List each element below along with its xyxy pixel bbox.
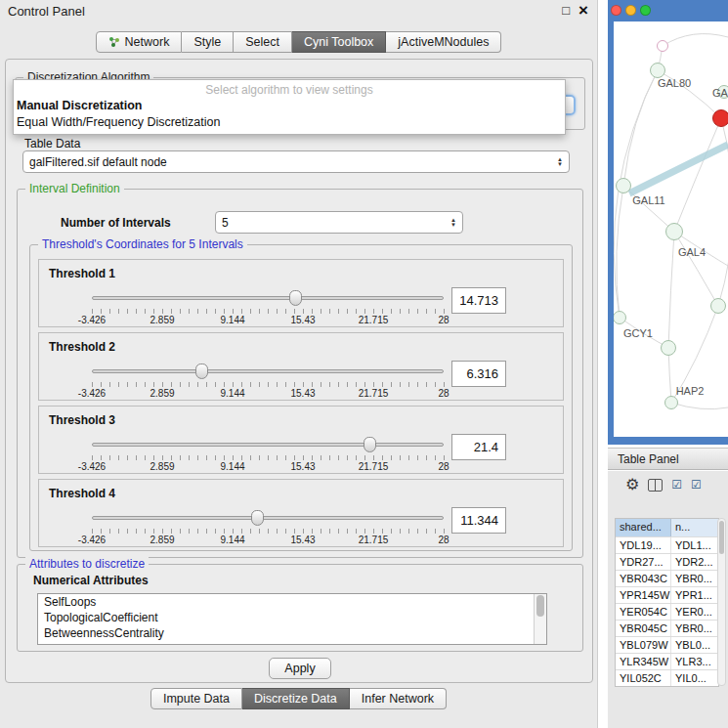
- tab-select[interactable]: Select: [234, 31, 292, 53]
- network-canvas[interactable]: GAL80GAGAL11GAL4GCY1HAP2: [614, 21, 728, 437]
- threshold-value-field[interactable]: 14.713: [451, 287, 506, 314]
- columns-icon[interactable]: [648, 479, 663, 492]
- table-header-row: shared...n...: [616, 519, 718, 536]
- traffic-close-icon[interactable]: [611, 5, 621, 16]
- tab-label: jActiveMNodules: [398, 35, 489, 49]
- table-cell: YPR145W: [616, 587, 671, 603]
- apply-button[interactable]: Apply: [269, 658, 331, 679]
- threshold-slider[interactable]: [92, 509, 444, 526]
- network-node[interactable]: [712, 109, 728, 127]
- table-row[interactable]: YIL052CYIL0...: [616, 669, 718, 686]
- select-none-icon[interactable]: ☑: [691, 479, 702, 492]
- table-row[interactable]: YBR045CYBR0...: [616, 620, 718, 636]
- network-node[interactable]: [661, 340, 676, 356]
- table-cell: YBR0...: [671, 571, 718, 586]
- scale-label: 21.715: [359, 461, 389, 472]
- threshold-value-field[interactable]: 6.316: [451, 361, 506, 387]
- scale-label: 2.859: [150, 535, 174, 545]
- network-node[interactable]: [710, 298, 726, 314]
- table-data-combo[interactable]: galFiltered.sif default node ▲▼: [22, 150, 570, 173]
- attribute-item[interactable]: BetweennessCentrality: [38, 625, 546, 641]
- combo-arrows-icon: ▲▼: [557, 157, 563, 167]
- traffic-zoom-icon[interactable]: [640, 5, 651, 16]
- scale-label: 21.715: [359, 535, 389, 545]
- num-intervals-combo[interactable]: 5 ▲▼: [215, 211, 463, 234]
- traffic-minimize-icon[interactable]: [625, 5, 636, 16]
- table-row[interactable]: YPR145WYPR1...: [616, 586, 718, 603]
- slider-thumb[interactable]: [289, 290, 302, 306]
- table-scrollbar[interactable]: [717, 518, 726, 686]
- window-title: Control Panel: [8, 4, 85, 19]
- table-row[interactable]: YDR27...YDR2...: [616, 553, 718, 570]
- bottom-tab-bar: Impute DataDiscretize DataInfer Network: [0, 688, 597, 709]
- tab-impute-data[interactable]: Impute Data: [150, 688, 242, 709]
- table-row[interactable]: YDL19...YDL1...: [616, 536, 718, 553]
- scale-label: 15.43: [290, 461, 315, 472]
- algorithm-option[interactable]: Manual Discretization: [14, 98, 565, 114]
- table-cell: YPR1...: [671, 587, 718, 603]
- table-cell: YBR0...: [671, 621, 718, 636]
- network-icon: [108, 36, 120, 48]
- threshold-slider[interactable]: [92, 436, 444, 452]
- tab-discretize-data[interactable]: Discretize Data: [242, 688, 350, 709]
- scale-label: 2.859: [150, 315, 174, 325]
- threshold-slider[interactable]: [92, 289, 444, 306]
- threshold-value-field[interactable]: 11.344: [451, 507, 506, 534]
- desktop: Control Panel □ × NetworkStyleSelectCyni…: [0, 0, 728, 728]
- table-row[interactable]: YBL079WYBL0...: [616, 636, 718, 653]
- network-node[interactable]: [665, 223, 683, 240]
- table-cell: YDL19...: [616, 537, 671, 553]
- column-header[interactable]: n...: [671, 519, 718, 536]
- scale-label: 15.43: [290, 315, 315, 325]
- threshold-label: Threshold 3: [49, 413, 115, 427]
- threshold-slider[interactable]: [92, 363, 444, 379]
- network-node[interactable]: [616, 178, 631, 193]
- slider-thumb[interactable]: [251, 510, 264, 526]
- table-cell: YBR045C: [616, 621, 671, 636]
- table-data-label: Table Data: [24, 137, 80, 150]
- threshold-panel-1: Threshold 1-3.4262.8599.14415.4321.71528…: [38, 259, 564, 327]
- slider-thumb[interactable]: [195, 364, 208, 379]
- scale-label: 21.715: [359, 315, 389, 325]
- select-all-icon[interactable]: ☑: [671, 479, 682, 492]
- scale-label: -3.426: [78, 535, 106, 545]
- slider-scale: -3.4262.8599.14415.4321.71528: [92, 535, 444, 546]
- table-row[interactable]: YLR345WYLR3...: [616, 653, 718, 669]
- list-scrollbar[interactable]: [534, 594, 546, 644]
- scale-label: 21.715: [359, 388, 389, 399]
- tab-infer-network[interactable]: Infer Network: [350, 688, 447, 709]
- tab-jactivemnodules[interactable]: jActiveMNodules: [386, 31, 501, 53]
- column-header[interactable]: shared...: [616, 519, 671, 536]
- table-row[interactable]: YBR043CYBR0...: [616, 570, 718, 586]
- tab-label: Network: [125, 35, 170, 49]
- scale-label: 15.43: [290, 388, 315, 399]
- scrollbar-thumb[interactable]: [536, 595, 544, 617]
- attribute-item[interactable]: SelfLoops: [38, 594, 546, 610]
- threshold-label: Threshold 2: [49, 340, 115, 354]
- network-view-window: GAL80GAGAL11GAL4GCY1HAP2: [608, 0, 728, 445]
- tab-style[interactable]: Style: [182, 31, 234, 53]
- tab-network[interactable]: Network: [96, 31, 183, 53]
- network-node-label: GAL80: [658, 77, 691, 89]
- network-node[interactable]: [657, 40, 668, 52]
- scale-label: 28: [438, 461, 449, 472]
- numerical-attributes-list[interactable]: SelfLoopsTopologicalCoefficientBetweenne…: [37, 593, 547, 645]
- slider-ticks: [92, 309, 445, 314]
- attribute-item[interactable]: TopologicalCoefficient: [38, 610, 546, 625]
- tab-cyni-toolbox[interactable]: Cyni Toolbox: [292, 31, 386, 53]
- gear-icon[interactable]: ⚙: [625, 477, 639, 492]
- network-node[interactable]: [664, 396, 678, 409]
- scrollbar-thumb[interactable]: [719, 521, 724, 554]
- threshold-panel-4: Threshold 4-3.4262.8599.14415.4321.71528…: [38, 479, 564, 547]
- table-row[interactable]: YER054CYER0...: [616, 603, 718, 620]
- slider-thumb[interactable]: [364, 437, 376, 452]
- algorithm-option[interactable]: Equal Width/Frequency Discretization: [14, 114, 565, 131]
- float-window-icon[interactable]: □: [562, 3, 570, 18]
- threshold-value-field[interactable]: 21.4: [451, 434, 506, 460]
- table-rows: YDL19...YDL1...YDR27...YDR2...YBR043CYBR…: [616, 536, 718, 686]
- table-cell: YDR27...: [616, 554, 671, 570]
- control-panel-body: Discretization Algorithm Select algorith…: [5, 59, 593, 683]
- network-node[interactable]: [650, 63, 665, 78]
- scale-label: 28: [438, 535, 449, 545]
- close-window-icon[interactable]: ×: [578, 1, 588, 21]
